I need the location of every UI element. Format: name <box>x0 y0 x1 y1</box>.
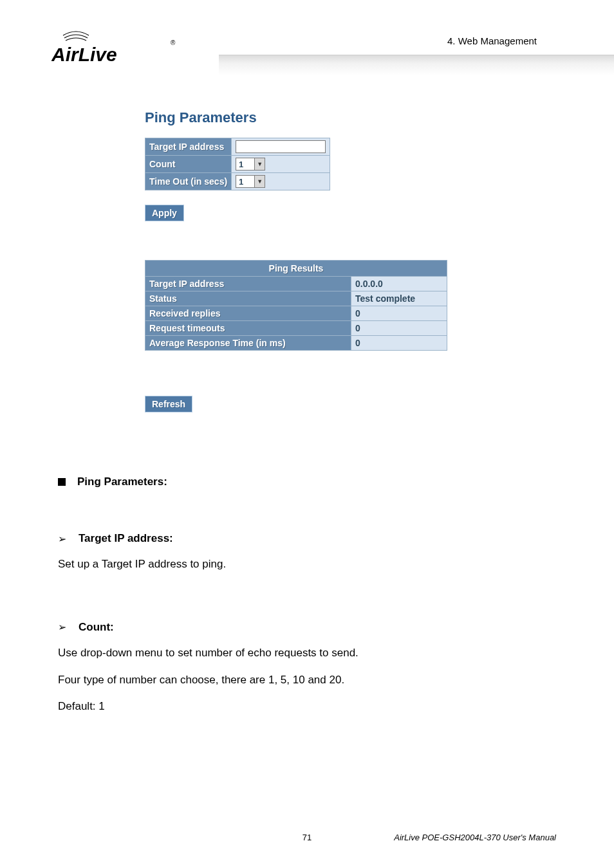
paragraph-target-ip: Set up a Target IP address to ping. <box>58 557 556 572</box>
timeout-label: Time Out (in secs) <box>145 173 232 190</box>
result-row-value: 0 <box>351 306 447 321</box>
refresh-button[interactable]: Refresh <box>145 396 192 412</box>
count-select[interactable]: 1 ▼ <box>236 158 265 171</box>
results-title: Ping Results <box>145 261 447 277</box>
apply-button[interactable]: Apply <box>145 205 184 221</box>
result-row-value: 0 <box>351 321 447 336</box>
paragraph-count-1: Use drop-down menu to set number of echo… <box>58 645 556 661</box>
chevron-down-icon: ▼ <box>254 176 265 187</box>
heading-ping-parameters: Ping Parameters: <box>77 476 167 488</box>
manual-title: AirLive POE-GSH2004L-370 User's Manual <box>394 833 556 842</box>
result-row-value: 0.0.0.0 <box>351 277 447 291</box>
chevron-down-icon: ▼ <box>254 158 265 170</box>
panel-title: Ping Parameters <box>145 109 556 126</box>
count-select-value: 1 <box>236 160 254 169</box>
timeout-select-value: 1 <box>236 177 254 187</box>
target-ip-input[interactable] <box>236 140 326 153</box>
paragraph-count-2: Four type of number can choose, there ar… <box>58 672 556 688</box>
header-gradient-band <box>219 55 614 75</box>
arrow-bullet-icon: ➢ <box>58 533 67 545</box>
svg-text:®: ® <box>171 39 176 46</box>
heading-target-ip: Target IP address: <box>79 532 173 545</box>
square-bullet-icon <box>58 478 66 486</box>
heading-count: Count: <box>79 621 114 634</box>
ping-parameters-table: Target IP address Count 1 ▼ Time Out (in… <box>145 138 330 190</box>
section-label: 4. Web Management <box>447 35 537 46</box>
result-row-label: Target IP address <box>145 277 351 291</box>
result-row-value: Test complete <box>351 291 447 306</box>
paragraph-count-3: Default: 1 <box>58 699 556 714</box>
target-ip-label: Target IP address <box>145 138 232 156</box>
result-row-label: Received replies <box>145 306 351 321</box>
result-row-label: Average Response Time (in ms) <box>145 336 351 351</box>
count-label: Count <box>145 156 232 173</box>
result-row-label: Status <box>145 291 351 306</box>
result-row-label: Request timeouts <box>145 321 351 336</box>
airlive-logo: AirLive ® <box>51 26 180 71</box>
page-header: AirLive ® 4. Web Management <box>58 26 556 84</box>
arrow-bullet-icon: ➢ <box>58 621 67 633</box>
timeout-select[interactable]: 1 ▼ <box>236 175 265 188</box>
document-body: Ping Parameters: ➢ Target IP address: Se… <box>58 438 556 714</box>
svg-text:AirLive: AirLive <box>51 44 117 65</box>
page-number: 71 <box>302 833 312 842</box>
ping-results-table: Ping Results Target IP address 0.0.0.0 S… <box>145 260 447 351</box>
result-row-value: 0 <box>351 336 447 351</box>
